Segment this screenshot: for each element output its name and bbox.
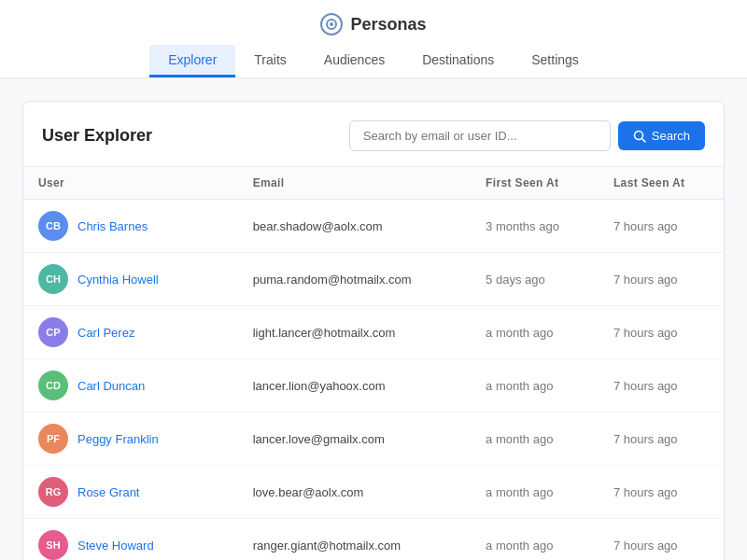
table-header-row: User Email First Seen At Last Seen At [23,167,724,200]
avatar: CP [38,317,68,347]
user-name[interactable]: Steve Howard [78,539,154,553]
last-seen-at: 7 hours ago [599,253,724,306]
first-seen-at: a month ago [471,466,599,519]
avatar: SH [38,530,68,560]
user-cell: CB Chris Barnes [23,200,238,253]
avatar: RG [38,477,68,507]
user-name[interactable]: Peggy Franklin [78,432,159,446]
search-icon [633,130,646,143]
user-cell: CD Carl Duncan [23,359,238,413]
table-row[interactable]: SH Steve Howard ranger.giant@hotmailx.co… [23,519,724,561]
main-content: User Explorer Search User Email First Se… [0,78,747,560]
first-seen-at: a month ago [471,306,599,359]
user-cell: CP Carl Perez [23,306,238,359]
table-row[interactable]: CD Carl Duncan lancer.lion@yahoox.com a … [23,359,724,413]
col-first-seen: First Seen At [471,167,599,200]
user-email: light.lancer@hotmailx.com [238,306,471,359]
brand-bar: Personas [320,0,426,45]
card-header: User Explorer Search [23,102,724,166]
brand-name: Personas [350,15,426,35]
card-title: User Explorer [42,126,152,146]
first-seen-at: a month ago [471,359,599,413]
search-button[interactable]: Search [618,121,705,150]
nav-tab-audiences[interactable]: Audiences [305,45,403,77]
user-name[interactable]: Rose Grant [78,485,139,499]
nav-tab-settings[interactable]: Settings [513,45,598,77]
top-navigation: Personas ExplorerTraitsAudiencesDestinat… [0,0,747,78]
col-last-seen: Last Seen At [599,167,724,200]
nav-tab-traits[interactable]: Traits [235,45,304,77]
avatar: CD [38,371,68,400]
user-email: lancer.lion@yahoox.com [238,359,471,413]
user-name[interactable]: Carl Duncan [78,379,145,393]
last-seen-at: 7 hours ago [599,359,724,413]
first-seen-at: a month ago [471,519,599,561]
last-seen-at: 7 hours ago [599,466,724,519]
nav-tab-explorer[interactable]: Explorer [149,45,235,77]
table-row[interactable]: CH Cynthia Howell puma.random@hotmailx.c… [23,253,724,306]
last-seen-at: 7 hours ago [599,200,724,253]
svg-point-1 [330,22,333,26]
first-seen-at: a month ago [471,413,599,466]
col-email: Email [238,167,471,200]
nav-tabs: ExplorerTraitsAudiencesDestinationsSetti… [149,45,598,77]
user-email: lancer.love@gmailx.com [238,413,471,466]
brand-icon [320,13,343,35]
last-seen-at: 7 hours ago [599,306,724,359]
nav-tab-destinations[interactable]: Destinations [403,45,513,77]
table-row[interactable]: RG Rose Grant love.bear@aolx.com a month… [23,466,724,519]
table-row[interactable]: CB Chris Barnes bear.shadow@aolx.com 3 m… [23,200,724,253]
table-row[interactable]: PF Peggy Franklin lancer.love@gmailx.com… [23,413,724,466]
svg-line-3 [641,138,645,142]
first-seen-at: 3 months ago [471,200,599,253]
table-row[interactable]: CP Carl Perez light.lancer@hotmailx.com … [23,306,724,359]
search-input[interactable] [349,120,611,151]
user-email: love.bear@aolx.com [238,466,471,519]
user-email: puma.random@hotmailx.com [238,253,471,306]
user-cell: RG Rose Grant [23,466,238,519]
avatar: PF [38,424,68,454]
user-cell: CH Cynthia Howell [23,253,238,306]
user-name[interactable]: Chris Barnes [78,219,148,233]
avatar: CH [38,264,68,294]
user-cell: PF Peggy Franklin [23,413,238,466]
user-cell: SH Steve Howard [23,519,238,561]
search-area: Search [349,120,705,151]
users-table: User Email First Seen At Last Seen At CB… [23,166,724,560]
last-seen-at: 7 hours ago [599,413,724,466]
user-email: ranger.giant@hotmailx.com [238,519,471,561]
user-name[interactable]: Cynthia Howell [78,273,159,287]
last-seen-at: 7 hours ago [599,519,724,561]
user-email: bear.shadow@aolx.com [238,200,471,253]
col-user: User [23,167,238,200]
avatar: CB [38,211,68,241]
table-body: CB Chris Barnes bear.shadow@aolx.com 3 m… [23,200,724,561]
first-seen-at: 5 days ago [471,253,599,306]
user-explorer-card: User Explorer Search User Email First Se… [22,101,725,560]
user-name[interactable]: Carl Perez [78,326,134,340]
